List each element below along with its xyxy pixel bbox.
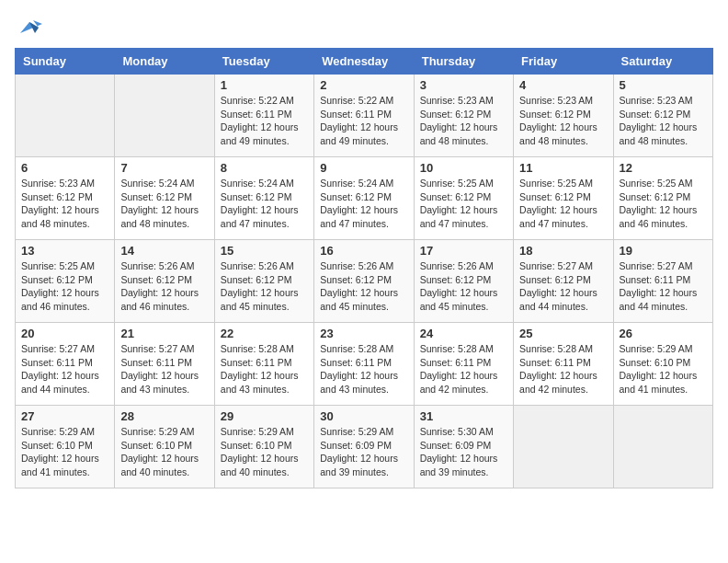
day-number: 2 xyxy=(320,78,407,92)
calendar-cell: 21Sunrise: 5:27 AM Sunset: 6:11 PM Dayli… xyxy=(115,323,214,406)
day-info: Sunrise: 5:24 AM Sunset: 6:12 PM Dayligh… xyxy=(320,177,407,231)
day-number: 31 xyxy=(420,409,507,423)
calendar-cell: 19Sunrise: 5:27 AM Sunset: 6:11 PM Dayli… xyxy=(613,240,712,323)
day-number: 17 xyxy=(420,244,507,258)
day-number: 21 xyxy=(120,327,208,340)
calendar-cell: 3Sunrise: 5:23 AM Sunset: 6:12 PM Daylig… xyxy=(414,75,513,157)
day-info: Sunrise: 5:23 AM Sunset: 6:12 PM Dayligh… xyxy=(420,94,507,148)
day-number: 30 xyxy=(320,409,407,423)
calendar-cell: 17Sunrise: 5:26 AM Sunset: 6:12 PM Dayli… xyxy=(414,240,513,323)
calendar-cell: 29Sunrise: 5:29 AM Sunset: 6:10 PM Dayli… xyxy=(214,406,313,488)
calendar-cell: 25Sunrise: 5:28 AM Sunset: 6:11 PM Dayli… xyxy=(514,323,613,406)
day-number: 9 xyxy=(320,161,407,175)
column-header-wednesday: Wednesday xyxy=(314,49,414,75)
calendar-cell: 31Sunrise: 5:30 AM Sunset: 6:09 PM Dayli… xyxy=(414,406,513,488)
column-header-thursday: Thursday xyxy=(414,49,513,75)
day-number: 13 xyxy=(21,244,108,258)
day-info: Sunrise: 5:25 AM Sunset: 6:12 PM Dayligh… xyxy=(21,259,108,314)
day-info: Sunrise: 5:22 AM Sunset: 6:11 PM Dayligh… xyxy=(320,94,407,148)
calendar-cell: 24Sunrise: 5:28 AM Sunset: 6:11 PM Dayli… xyxy=(414,323,513,406)
day-info: Sunrise: 5:26 AM Sunset: 6:12 PM Dayligh… xyxy=(420,259,507,314)
day-number: 16 xyxy=(320,244,407,258)
day-info: Sunrise: 5:24 AM Sunset: 6:12 PM Dayligh… xyxy=(120,177,208,231)
day-number: 11 xyxy=(519,161,607,175)
day-info: Sunrise: 5:27 AM Sunset: 6:12 PM Dayligh… xyxy=(519,259,607,314)
calendar-week-row: 1Sunrise: 5:22 AM Sunset: 6:11 PM Daylig… xyxy=(16,75,713,157)
day-info: Sunrise: 5:29 AM Sunset: 6:10 PM Dayligh… xyxy=(21,425,108,479)
calendar-cell: 28Sunrise: 5:29 AM Sunset: 6:10 PM Dayli… xyxy=(115,406,214,488)
day-number: 5 xyxy=(620,78,707,92)
logo-bird-icon xyxy=(17,15,42,40)
day-info: Sunrise: 5:25 AM Sunset: 6:12 PM Dayligh… xyxy=(420,177,507,231)
day-number: 6 xyxy=(21,161,108,175)
day-number: 23 xyxy=(320,327,407,340)
day-number: 8 xyxy=(221,161,308,175)
day-info: Sunrise: 5:26 AM Sunset: 6:12 PM Dayligh… xyxy=(320,259,407,314)
logo-general xyxy=(15,15,42,40)
day-number: 19 xyxy=(620,244,707,258)
day-info: Sunrise: 5:23 AM Sunset: 6:12 PM Dayligh… xyxy=(21,177,108,231)
day-number: 14 xyxy=(120,244,208,258)
calendar-cell: 18Sunrise: 5:27 AM Sunset: 6:12 PM Dayli… xyxy=(514,240,613,323)
calendar-week-row: 20Sunrise: 5:27 AM Sunset: 6:11 PM Dayli… xyxy=(16,323,713,406)
calendar-cell: 4Sunrise: 5:23 AM Sunset: 6:12 PM Daylig… xyxy=(514,75,613,157)
day-info: Sunrise: 5:27 AM Sunset: 6:11 PM Dayligh… xyxy=(120,342,208,396)
calendar-cell: 9Sunrise: 5:24 AM Sunset: 6:12 PM Daylig… xyxy=(314,157,414,240)
day-info: Sunrise: 5:27 AM Sunset: 6:11 PM Dayligh… xyxy=(21,342,108,396)
calendar-cell: 30Sunrise: 5:29 AM Sunset: 6:09 PM Dayli… xyxy=(314,406,414,488)
day-number: 20 xyxy=(21,327,108,340)
calendar-cell: 6Sunrise: 5:23 AM Sunset: 6:12 PM Daylig… xyxy=(16,157,115,240)
calendar-cell xyxy=(613,406,712,488)
column-header-tuesday: Tuesday xyxy=(214,49,313,75)
day-info: Sunrise: 5:28 AM Sunset: 6:11 PM Dayligh… xyxy=(519,342,607,396)
day-number: 12 xyxy=(620,161,707,175)
calendar-cell: 14Sunrise: 5:26 AM Sunset: 6:12 PM Dayli… xyxy=(115,240,214,323)
day-number: 26 xyxy=(620,327,707,340)
calendar-cell xyxy=(115,75,214,157)
calendar-cell: 2Sunrise: 5:22 AM Sunset: 6:11 PM Daylig… xyxy=(314,75,414,157)
calendar-cell: 10Sunrise: 5:25 AM Sunset: 6:12 PM Dayli… xyxy=(414,157,513,240)
day-info: Sunrise: 5:25 AM Sunset: 6:12 PM Dayligh… xyxy=(519,177,607,231)
day-number: 27 xyxy=(21,409,108,423)
day-number: 28 xyxy=(120,409,208,423)
calendar-cell xyxy=(16,75,115,157)
day-info: Sunrise: 5:29 AM Sunset: 6:10 PM Dayligh… xyxy=(620,342,707,396)
day-info: Sunrise: 5:22 AM Sunset: 6:11 PM Dayligh… xyxy=(221,94,308,148)
svg-marker-0 xyxy=(20,20,42,33)
day-info: Sunrise: 5:28 AM Sunset: 6:11 PM Dayligh… xyxy=(420,342,507,396)
calendar-header-row: SundayMondayTuesdayWednesdayThursdayFrid… xyxy=(16,49,713,75)
day-info: Sunrise: 5:29 AM Sunset: 6:10 PM Dayligh… xyxy=(120,425,208,479)
calendar-cell: 8Sunrise: 5:24 AM Sunset: 6:12 PM Daylig… xyxy=(214,157,313,240)
calendar-cell: 5Sunrise: 5:23 AM Sunset: 6:12 PM Daylig… xyxy=(613,75,712,157)
day-number: 4 xyxy=(519,78,607,92)
day-info: Sunrise: 5:28 AM Sunset: 6:11 PM Dayligh… xyxy=(221,342,308,396)
calendar-table: SundayMondayTuesdayWednesdayThursdayFrid… xyxy=(15,48,713,488)
day-number: 18 xyxy=(519,244,607,258)
day-number: 7 xyxy=(120,161,208,175)
day-info: Sunrise: 5:29 AM Sunset: 6:09 PM Dayligh… xyxy=(320,425,407,479)
calendar-cell: 7Sunrise: 5:24 AM Sunset: 6:12 PM Daylig… xyxy=(115,157,214,240)
day-info: Sunrise: 5:23 AM Sunset: 6:12 PM Dayligh… xyxy=(519,94,607,148)
calendar-week-row: 27Sunrise: 5:29 AM Sunset: 6:10 PM Dayli… xyxy=(16,406,713,488)
calendar-cell: 15Sunrise: 5:26 AM Sunset: 6:12 PM Dayli… xyxy=(214,240,313,323)
calendar-cell: 1Sunrise: 5:22 AM Sunset: 6:11 PM Daylig… xyxy=(214,75,313,157)
day-info: Sunrise: 5:23 AM Sunset: 6:12 PM Dayligh… xyxy=(620,94,707,148)
day-number: 1 xyxy=(221,78,308,92)
day-number: 24 xyxy=(420,327,507,340)
calendar-cell: 27Sunrise: 5:29 AM Sunset: 6:10 PM Dayli… xyxy=(16,406,115,488)
calendar-cell: 13Sunrise: 5:25 AM Sunset: 6:12 PM Dayli… xyxy=(16,240,115,323)
day-info: Sunrise: 5:26 AM Sunset: 6:12 PM Dayligh… xyxy=(221,259,308,314)
day-info: Sunrise: 5:26 AM Sunset: 6:12 PM Dayligh… xyxy=(120,259,208,314)
page-header xyxy=(15,15,713,40)
column-header-friday: Friday xyxy=(514,49,613,75)
day-number: 29 xyxy=(221,409,308,423)
calendar-week-row: 6Sunrise: 5:23 AM Sunset: 6:12 PM Daylig… xyxy=(16,157,713,240)
day-number: 25 xyxy=(519,327,607,340)
day-info: Sunrise: 5:27 AM Sunset: 6:11 PM Dayligh… xyxy=(620,259,707,314)
day-number: 3 xyxy=(420,78,507,92)
day-info: Sunrise: 5:30 AM Sunset: 6:09 PM Dayligh… xyxy=(420,425,507,479)
column-header-sunday: Sunday xyxy=(16,49,115,75)
calendar-cell: 16Sunrise: 5:26 AM Sunset: 6:12 PM Dayli… xyxy=(314,240,414,323)
column-header-monday: Monday xyxy=(115,49,214,75)
day-number: 10 xyxy=(420,161,507,175)
